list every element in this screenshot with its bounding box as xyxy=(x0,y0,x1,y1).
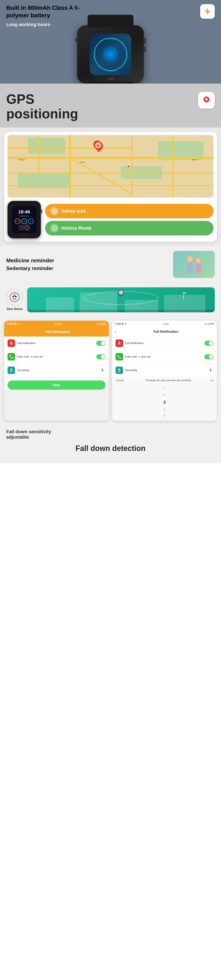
head-1 xyxy=(187,256,193,262)
falls-call-toggle-left[interactable] xyxy=(96,354,105,359)
back-arrow-right[interactable]: ‹ xyxy=(114,330,116,334)
bottom-section: Fall down sensitivity adjustable Fall do… xyxy=(0,425,221,463)
geo-road xyxy=(27,310,215,312)
falls-call-row-left[interactable]: Falls notif...n and call xyxy=(4,350,109,364)
falls-call-row-right[interactable]: Falls notif...n and call xyxy=(112,350,217,364)
avatar-face xyxy=(96,143,101,148)
falls-call-toggle-right[interactable] xyxy=(204,354,213,359)
watch-button-left xyxy=(75,38,77,42)
fall-notification-title-right: Fall Notification xyxy=(118,330,214,334)
pin-avatar xyxy=(95,142,101,148)
battery-icon-box xyxy=(200,4,215,19)
fall-notification-toggle-left[interactable] xyxy=(96,341,105,346)
map-watch-screen: 18:46 WED 22/28 80 24 3+ 118 76 xyxy=(12,206,37,233)
number-5[interactable]: 5 xyxy=(164,413,165,419)
pin-head xyxy=(92,138,105,152)
map-section: Chengdu Central Zhibin 18:46 WED 22/28 8… xyxy=(0,127,221,246)
fall-phone-left: 中国联通 令 17:50 ◎ ψ 98% ‹ Fall Notification… xyxy=(4,321,109,421)
watch-image-area xyxy=(6,25,215,84)
status-bar-right: 中国联通 令 17:50 ◎ ψ 66% xyxy=(112,321,217,327)
body-1 xyxy=(187,263,193,273)
history-route-icon xyxy=(52,226,57,231)
time-right: 17:50 xyxy=(163,323,169,325)
medicine-reminder-label: Medicine reminder xyxy=(6,257,169,264)
map-road-v1 xyxy=(69,135,71,197)
carrier-left: 中国联通 令 xyxy=(7,322,20,326)
ok-button[interactable]: Ok xyxy=(210,379,213,382)
geofence-icon-box xyxy=(6,289,23,305)
map-card: Chengdu Central Zhibin 18:46 WED 22/28 8… xyxy=(4,132,217,242)
fall-notification-section: 中国联通 令 17:50 ◎ ψ 98% ‹ Fall Notification… xyxy=(0,317,221,425)
elderly-couple xyxy=(184,254,203,275)
sensitivity-label-right: Sensitivity xyxy=(125,369,209,372)
fall-icon-left xyxy=(8,339,15,347)
map-road-v3 xyxy=(38,135,40,173)
safety-icon xyxy=(50,207,59,215)
geofence-section: Geo fence xyxy=(0,283,221,317)
history-route-button[interactable]: History Route xyxy=(45,221,213,235)
person-2 xyxy=(196,258,201,273)
number-picker[interactable]: 1 2 3 4 5 xyxy=(112,383,217,421)
map-label-3: Zhibin xyxy=(192,159,197,161)
body-2 xyxy=(196,264,201,273)
svg-point-22 xyxy=(119,341,120,342)
watch-circles: 80 24 3+ xyxy=(14,218,34,224)
watch-band-top xyxy=(87,15,134,27)
watch-button-bottom xyxy=(144,46,146,52)
save-button[interactable]: Save xyxy=(8,380,105,390)
svg-point-20 xyxy=(11,341,12,342)
sensitivity-hint: The larger the value, the lower the sens… xyxy=(126,379,210,382)
geofence-label: Geo fence xyxy=(6,307,22,311)
compass-icon xyxy=(52,208,57,213)
carrier-right: 中国联通 令 xyxy=(114,322,127,326)
geo-fence-circle xyxy=(83,291,159,305)
phone-call-icon xyxy=(9,355,14,359)
sedentary-reminder-label: Sedentary reminder xyxy=(6,266,169,271)
reminder-image-area xyxy=(173,251,215,278)
fall-icon-right xyxy=(116,339,123,347)
svg-point-11 xyxy=(10,293,19,302)
call-icon-left xyxy=(8,353,15,361)
fall-notification-row-left[interactable]: Fall Notification xyxy=(4,337,109,350)
number-4[interactable]: 4 xyxy=(164,406,165,413)
sensitivity-label-left: Sensitivity xyxy=(17,369,101,372)
map-watch-speaker xyxy=(23,234,25,236)
fall-notification-toggle-right[interactable] xyxy=(204,341,213,346)
svg-point-2 xyxy=(205,98,208,101)
cancel-button[interactable]: Cancel xyxy=(116,379,124,382)
fall-phone-right: 中国联通 令 17:50 ◎ ψ 66% ‹ Fall Notification… xyxy=(112,321,217,421)
map-road-h4 xyxy=(8,185,213,186)
geo-flag xyxy=(183,292,187,299)
watch-screen-inner xyxy=(94,38,127,71)
map-label-1: Chengdu xyxy=(18,159,25,161)
chevron-right-left: › xyxy=(105,369,105,372)
safety-area-label: Safety area xyxy=(61,208,86,214)
person-1 xyxy=(187,256,193,273)
sensitivity-value-left: 3 xyxy=(101,368,103,372)
geofence-skull-icon xyxy=(10,292,20,302)
battery-section: Built in 800mAh Class A li-polymer batte… xyxy=(0,0,221,84)
call-icon-right xyxy=(116,353,123,361)
watch-screen xyxy=(90,33,131,75)
number-3-selected[interactable]: 3 xyxy=(163,398,165,406)
sensitivity-row-left[interactable]: Sensitivity 3 › xyxy=(4,364,109,377)
svg-marker-0 xyxy=(205,8,210,14)
fall-notification-row-right[interactable]: Fall Notification xyxy=(112,337,217,350)
sensitivity-row-right[interactable]: Sensitivity 3 › xyxy=(112,364,217,377)
map-green-area-1 xyxy=(28,138,65,154)
fall-sensitivity-desc: Fall down sensitivity adjustable xyxy=(6,429,69,440)
phone-header-left: ‹ Fall Notification xyxy=(4,327,109,337)
number-1[interactable]: 1 xyxy=(164,385,165,391)
safety-area-button[interactable]: Safety area xyxy=(45,204,213,218)
reminder-text-area: Medicine reminder Sedentary reminder xyxy=(6,257,169,271)
watch-date: WED 22/28 xyxy=(19,215,29,217)
fall-notification-label-left: Fall Notification xyxy=(17,342,96,345)
number-2[interactable]: 2 xyxy=(164,391,165,398)
back-arrow-left[interactable]: ‹ xyxy=(7,330,8,334)
battery-title: Built in 800mAh Class A li-polymer batte… xyxy=(6,4,90,19)
map-road-v2 xyxy=(131,135,132,197)
map-location-pin xyxy=(94,140,102,152)
phone-body-left: Fall Notification Falls notif...n and ca… xyxy=(4,337,109,390)
watch-device xyxy=(77,25,144,84)
cancel-ok-row: Cancel The larger the value, the lower t… xyxy=(112,377,217,383)
